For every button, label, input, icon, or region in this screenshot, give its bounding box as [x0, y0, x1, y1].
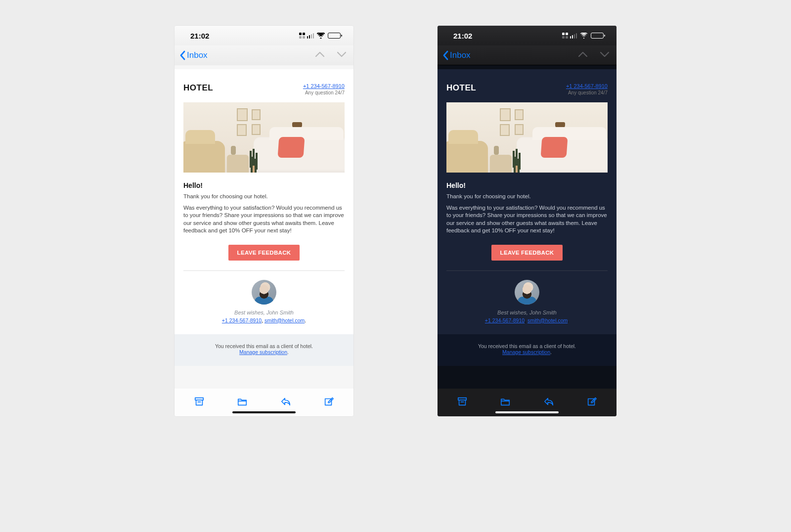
status-icons [299, 33, 341, 39]
phone-light: 21:02 Inbox HOTEL +1 234-567-8910 [175, 26, 353, 416]
cellular-signal-icon [570, 33, 577, 39]
leave-feedback-button[interactable]: LEAVE FEEDBACK [228, 245, 300, 261]
mail-navbar: Inbox [438, 45, 616, 65]
home-indicator[interactable] [495, 411, 559, 413]
email-card: HOTEL +1 234-567-8910 Any question 24/7 … [438, 69, 616, 334]
message-nav-arrows [578, 51, 610, 60]
header-contact: +1 234-567-8910 Any question 24/7 [566, 83, 608, 95]
status-bar: 21:02 [438, 26, 616, 45]
compose-icon [586, 396, 597, 407]
folder-icon [500, 396, 511, 407]
mail-content[interactable]: HOTEL +1 234-567-8910 Any question 24/7 … [438, 65, 616, 389]
greeting: Hello! [446, 181, 608, 189]
message-nav-arrows [315, 51, 347, 60]
compose-button[interactable] [323, 396, 334, 409]
footer-disclaimer: You received this email as a client of h… [179, 343, 349, 349]
reply-icon [543, 396, 554, 407]
compose-button[interactable] [586, 396, 597, 409]
sender-phone-link[interactable]: +1 234-567-8910 [222, 317, 262, 323]
leave-feedback-button[interactable]: LEAVE FEEDBACK [491, 245, 563, 261]
thank-you-line: Thank you for choosing our hotel. [183, 193, 345, 201]
signature: Best wishes, John Smith [183, 310, 345, 315]
status-bar: 21:02 [175, 26, 353, 45]
prev-message-button[interactable] [578, 51, 588, 60]
sender-avatar [515, 280, 539, 305]
prev-message-button[interactable] [315, 51, 325, 60]
archive-icon [194, 396, 205, 407]
sender-email-link[interactable]: smith@hotel.com [527, 317, 568, 323]
signature: Best wishes, John Smith [446, 310, 608, 315]
email-footer: You received this email as a client of h… [438, 334, 616, 366]
compose-icon [323, 396, 334, 407]
footer-disclaimer: You received this email as a client of h… [442, 343, 612, 349]
cellular-signal-icon [307, 33, 314, 39]
archive-button[interactable] [194, 396, 205, 409]
header-phone-link[interactable]: +1 234-567-8910 [566, 83, 608, 89]
manage-subscription-link[interactable]: Manage subscription [239, 349, 287, 355]
status-time: 21:02 [190, 32, 209, 40]
reply-button[interactable] [280, 396, 291, 409]
header-contact: +1 234-567-8910 Any question 24/7 [303, 83, 345, 95]
battery-icon [591, 33, 604, 39]
chevron-left-icon [442, 50, 449, 60]
back-button[interactable]: Inbox [179, 50, 208, 60]
email-footer: You received this email as a client of h… [175, 334, 353, 366]
body-paragraph: Was everything to your satisfaction? Wou… [446, 204, 608, 235]
svg-rect-6 [459, 400, 465, 405]
dual-sim-icon [299, 33, 305, 39]
back-button[interactable]: Inbox [442, 50, 471, 60]
email-card: HOTEL +1 234-567-8910 Any question 24/7 … [175, 69, 353, 334]
svg-rect-1 [196, 400, 202, 405]
thank-you-line: Thank you for choosing our hotel. [446, 193, 608, 201]
sender-contacts: +1 234-567-8910, smith@hotel.com. [446, 317, 608, 323]
greeting: Hello! [183, 181, 345, 189]
sender-avatar [252, 280, 276, 305]
home-indicator[interactable] [232, 411, 296, 413]
chevron-left-icon [179, 50, 186, 60]
header-phone-subtitle: Any question 24/7 [303, 90, 345, 95]
reply-button[interactable] [543, 396, 554, 409]
wifi-icon [580, 33, 588, 39]
brand-logo: HOTEL [183, 83, 213, 93]
divider [183, 270, 345, 271]
sender-contacts: +1 234-567-8910, smith@hotel.com. [183, 317, 345, 323]
email-header: HOTEL +1 234-567-8910 Any question 24/7 [183, 83, 345, 95]
status-time: 21:02 [453, 32, 472, 40]
divider [446, 270, 608, 271]
dual-sim-icon [562, 33, 568, 39]
status-icons [562, 33, 604, 39]
back-label: Inbox [187, 50, 208, 60]
archive-button[interactable] [457, 396, 468, 409]
hero-image [446, 102, 608, 173]
wifi-icon [317, 33, 325, 39]
mail-content[interactable]: HOTEL +1 234-567-8910 Any question 24/7 … [175, 65, 353, 389]
manage-subscription-link[interactable]: Manage subscription [502, 349, 550, 355]
reply-icon [280, 396, 291, 407]
hero-image [183, 102, 345, 173]
brand-logo: HOTEL [446, 83, 476, 93]
mail-navbar: Inbox [175, 45, 353, 65]
folder-button[interactable] [237, 396, 248, 409]
sender-email-link[interactable]: smith@hotel.com [264, 317, 305, 323]
back-label: Inbox [450, 50, 471, 60]
sender-phone-link[interactable]: +1 234-567-8910 [485, 317, 525, 323]
body-paragraph: Was everything to your satisfaction? Wou… [183, 204, 345, 235]
email-header: HOTEL +1 234-567-8910 Any question 24/7 [446, 83, 608, 95]
header-phone-subtitle: Any question 24/7 [566, 90, 608, 95]
folder-icon [237, 396, 248, 407]
header-phone-link[interactable]: +1 234-567-8910 [303, 83, 345, 89]
phone-dark: 21:02 Inbox HOTEL +1 234-567-8910 [438, 26, 616, 416]
next-message-button[interactable] [600, 51, 610, 60]
battery-icon [328, 33, 341, 39]
archive-icon [457, 396, 468, 407]
folder-button[interactable] [500, 396, 511, 409]
next-message-button[interactable] [337, 51, 347, 60]
